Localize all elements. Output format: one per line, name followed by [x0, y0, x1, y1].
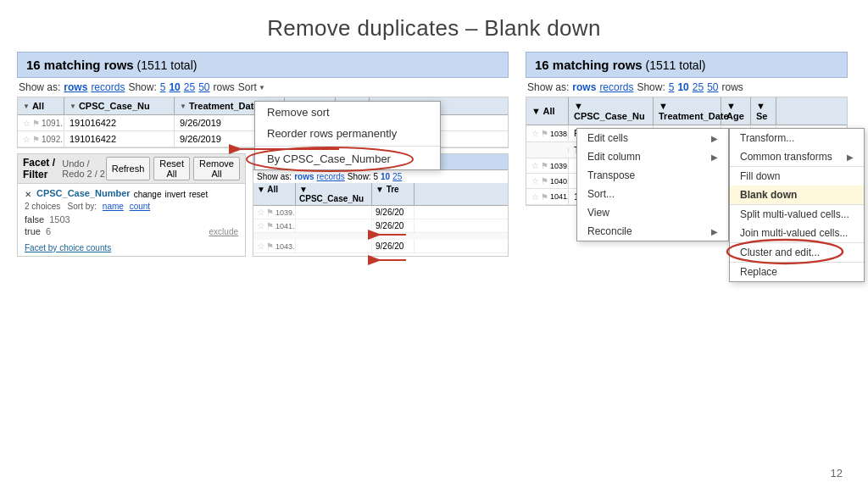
- right-rows[interactable]: rows: [572, 81, 596, 93]
- sort-button[interactable]: Sort ▼: [238, 81, 265, 93]
- ctx-edit-column[interactable]: Edit column ▶: [577, 147, 728, 166]
- star-icon[interactable]: ☆: [531, 192, 539, 202]
- right-10[interactable]: 10: [677, 81, 688, 93]
- right-25[interactable]: 25: [693, 81, 704, 93]
- ctx-view-label: View: [587, 207, 609, 219]
- small-records-link[interactable]: records: [316, 172, 344, 181]
- submenu-blank-down[interactable]: Blank down: [730, 186, 864, 204]
- sort-dropdown-icon: ▼: [259, 84, 265, 92]
- facet-body: ✕ CPSC_Case_Number change invert reset 2…: [18, 184, 245, 241]
- star-icon[interactable]: ☆: [23, 119, 31, 128]
- td-case-1: 191016422: [64, 115, 175, 130]
- table-row: ☆ ⚑ 1041. 9/26/20: [253, 219, 508, 233]
- flag-icon[interactable]: ⚑: [541, 129, 548, 138]
- facet-close-icon[interactable]: ✕: [25, 190, 31, 199]
- ctx-sort[interactable]: Sort...: [577, 185, 728, 203]
- submenu-cluster-edit[interactable]: Cluster and edit...: [730, 243, 864, 262]
- table-row: ☆ ⚑ 1043. 9/26/20: [253, 240, 508, 253]
- submenu-common-transforms[interactable]: Common transforms ▶: [730, 147, 864, 166]
- facet-change-link[interactable]: change: [134, 190, 162, 199]
- right-50[interactable]: 50: [707, 81, 718, 93]
- flag-icon[interactable]: ⚑: [32, 119, 40, 128]
- right-rows-label: rows: [722, 81, 743, 93]
- refresh-button[interactable]: Refresh: [106, 157, 151, 180]
- sort-by-name-link[interactable]: name: [103, 202, 124, 211]
- facet-invert-link[interactable]: invert: [164, 190, 185, 199]
- star-icon[interactable]: ☆: [531, 161, 539, 170]
- ctx-edit-cells[interactable]: Edit cells ▶: [577, 129, 728, 147]
- ctx-edit-column-arrow: ▶: [711, 152, 718, 162]
- small-row-num-2: 1041.: [275, 222, 295, 230]
- count-25[interactable]: 25: [184, 81, 195, 93]
- star-icon[interactable]: ☆: [531, 176, 539, 186]
- submenu-replace[interactable]: Replace: [730, 263, 864, 281]
- ctx-view[interactable]: View: [577, 203, 728, 222]
- flag-icon[interactable]: ⚑: [266, 241, 274, 251]
- small-td-treatment-2: 9/26/20: [372, 219, 415, 232]
- facet-toolbar-right: Refresh Reset All Remove All: [106, 157, 240, 180]
- flag-icon[interactable]: ⚑: [541, 176, 548, 186]
- ctx-reconcile[interactable]: Reconcile ▶: [577, 222, 728, 241]
- facet-true-label[interactable]: true: [25, 226, 41, 236]
- facet-reset-link[interactable]: reset: [189, 190, 208, 199]
- td-all-1: ☆ ⚑ 1091.: [18, 116, 64, 130]
- flag-icon[interactable]: ⚑: [541, 161, 548, 170]
- right-row-num-1: 1038.: [550, 130, 569, 138]
- right-td-all-3: ☆ ⚑ 1039.: [526, 158, 569, 173]
- reset-all-button[interactable]: Reset All: [153, 157, 190, 180]
- reorder-rows-item[interactable]: Reorder rows permanently: [255, 123, 440, 144]
- submenu-transform-label: Transform...: [740, 132, 794, 144]
- flag-icon[interactable]: ⚑: [266, 208, 274, 217]
- ctx-transpose[interactable]: Transpose: [577, 166, 728, 185]
- ctx-edit-cells-label: Edit cells: [587, 132, 628, 144]
- small-table-arrow2-svg: [364, 252, 415, 277]
- th-case-label: CPSC_Case_Nu: [79, 101, 150, 111]
- facet-title-label: CPSC_Case_Number: [36, 188, 131, 198]
- count-10[interactable]: 10: [169, 81, 180, 93]
- right-table-header: ▼ All ▼ CPSC_Case_Nu ▼ Treatment_Date ▼ …: [526, 97, 847, 125]
- flag-icon[interactable]: ⚑: [266, 221, 274, 230]
- small-rows-link[interactable]: rows: [294, 172, 314, 181]
- star-icon[interactable]: ☆: [257, 208, 264, 217]
- exclude-link[interactable]: exclude: [209, 227, 238, 236]
- rows-suffix: rows: [214, 81, 235, 93]
- left-table-area: 16 matching rows (1511 total) Show as: r…: [17, 52, 509, 148]
- star-icon[interactable]: ☆: [257, 241, 264, 251]
- flag-icon[interactable]: ⚑: [32, 135, 40, 144]
- ctx-reconcile-arrow: ▶: [711, 227, 718, 236]
- submenu-join-mv[interactable]: Join multi-valued cells...: [730, 224, 864, 242]
- th-treatment-label: Treatment_Date: [189, 101, 259, 111]
- td-case-2: 191016422: [64, 131, 175, 147]
- right-5[interactable]: 5: [669, 81, 675, 93]
- facet-footer-link[interactable]: Facet by choice counts: [18, 241, 245, 256]
- right-th-se: ▼ Se: [751, 97, 776, 125]
- small-count-10[interactable]: 10: [381, 172, 390, 181]
- right-row-num-4: 1040.: [550, 177, 569, 186]
- small-th-treatment: ▼ Tre: [372, 183, 415, 205]
- small-row-num-1: 1039.: [275, 208, 295, 217]
- star-icon[interactable]: ☆: [257, 221, 264, 230]
- right-records[interactable]: records: [599, 81, 633, 93]
- facet-false-label[interactable]: false: [25, 214, 44, 225]
- star-icon[interactable]: ☆: [23, 135, 31, 144]
- submenu-ct-arrow: ▶: [847, 152, 854, 162]
- small-count-25[interactable]: 25: [392, 172, 402, 181]
- right-subheader: Show as: rows records Show: 5 10 25 50 r…: [526, 78, 848, 97]
- ctx-reconcile-label: Reconcile: [587, 225, 632, 237]
- rows-link[interactable]: rows: [64, 81, 87, 93]
- page-number: 12: [831, 467, 843, 480]
- sort-by-count-link[interactable]: count: [130, 202, 150, 211]
- by-case-number-item[interactable]: By CPSC_Case_Number: [255, 148, 440, 169]
- remove-sort-item[interactable]: Remove sort: [255, 102, 440, 123]
- submenu-transform[interactable]: Transform...: [730, 129, 864, 147]
- left-panel: 16 matching rows (1511 total) Show as: r…: [17, 52, 509, 257]
- td-all-2: ☆ ⚑ 1092.: [18, 132, 64, 147]
- submenu-fill-down[interactable]: Fill down: [730, 167, 864, 186]
- flag-icon[interactable]: ⚑: [541, 192, 548, 202]
- records-link[interactable]: records: [91, 81, 125, 93]
- remove-all-button[interactable]: Remove All: [193, 157, 240, 180]
- submenu-split-mv[interactable]: Split multi-valued cells...: [730, 205, 864, 224]
- count-50[interactable]: 50: [198, 81, 209, 93]
- star-icon[interactable]: ☆: [531, 129, 539, 138]
- count-5[interactable]: 5: [160, 81, 166, 93]
